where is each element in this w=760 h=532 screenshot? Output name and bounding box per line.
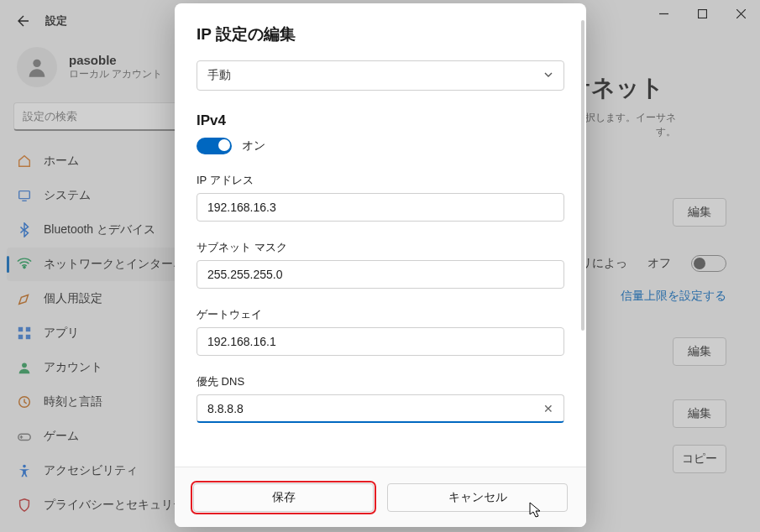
gateway-label: ゲートウェイ	[197, 307, 564, 322]
clear-icon[interactable]: ✕	[543, 402, 553, 415]
ipv4-toggle-state: オン	[242, 138, 265, 154]
subnet-input[interactable]: 255.255.255.0	[197, 260, 564, 289]
ipv4-heading: IPv4	[197, 112, 564, 129]
cancel-button[interactable]: キャンセル	[387, 483, 568, 512]
ipv4-toggle[interactable]	[197, 138, 232, 154]
ip-mode-select[interactable]: 手動	[197, 60, 564, 91]
gateway-input[interactable]: 192.168.16.1	[197, 327, 564, 356]
ip-address-input[interactable]: 192.168.16.3	[197, 193, 564, 222]
chevron-down-icon	[543, 69, 553, 82]
ip-settings-dialog: IP 設定の編集 手動 IPv4 オン IP アドレス 192.168.16.3…	[175, 3, 586, 527]
subnet-label: サブネット マスク	[197, 240, 564, 255]
dialog-scrollbar[interactable]	[581, 20, 584, 331]
dialog-footer: 保存 キャンセル	[175, 467, 586, 527]
dns-input[interactable]: 8.8.8.8 ✕	[197, 394, 564, 423]
dns-label: 優先 DNS	[197, 374, 564, 389]
save-button[interactable]: 保存	[193, 483, 374, 512]
dialog-title: IP 設定の編集	[197, 23, 564, 45]
ip-mode-value: 手動	[207, 68, 231, 83]
ip-address-label: IP アドレス	[197, 173, 564, 188]
